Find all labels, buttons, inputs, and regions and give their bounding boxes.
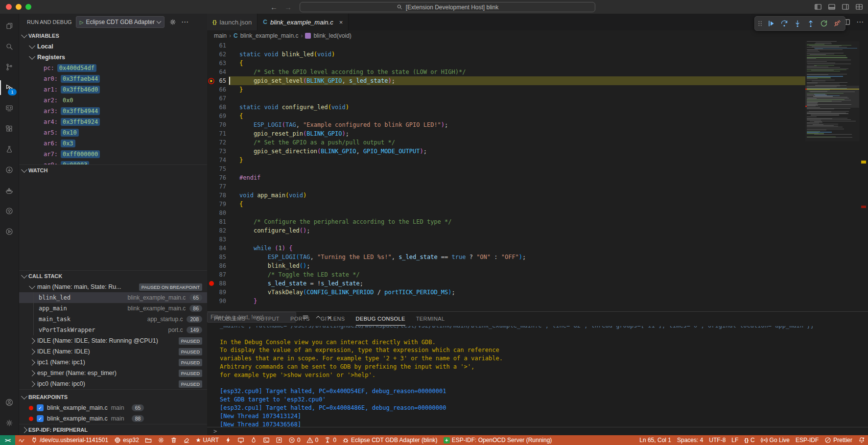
- more-actions-icon[interactable]: ⋯: [181, 18, 189, 26]
- stack-frame-app_main[interactable]: app_mainblink_example_main.c86: [19, 303, 207, 314]
- panel-tab-gitlens[interactable]: GITLENS: [321, 312, 345, 326]
- minimap[interactable]: [805, 41, 859, 141]
- customize-layout-icon[interactable]: [855, 3, 863, 11]
- panel-tab-terminal[interactable]: TERMINAL: [416, 312, 445, 326]
- activity-item-testing[interactable]: [0, 139, 19, 160]
- variables-scope-registers[interactable]: Registers: [19, 52, 207, 63]
- toggle-panel-icon[interactable]: [828, 3, 836, 11]
- activity-item-docker[interactable]: [0, 180, 19, 201]
- gutter[interactable]: 64: [207, 68, 239, 76]
- activity-item-settings[interactable]: [0, 413, 19, 433]
- breadcrumb-symbol[interactable]: blink_led(void): [313, 32, 351, 39]
- gutter[interactable]: 70: [207, 120, 239, 129]
- disconnect-icon[interactable]: [831, 18, 843, 29]
- status-forwarded-ports[interactable]: 0: [321, 435, 339, 445]
- gutter[interactable]: 69: [207, 112, 239, 120]
- breadcrumb[interactable]: main › C blink_example_main.c › blink_le…: [207, 30, 868, 41]
- breadcrumb-folder[interactable]: main: [214, 32, 227, 39]
- tab-blink_example_main.c[interactable]: Cblink_example_main.c×: [258, 14, 349, 30]
- panel-tab-problems[interactable]: PROBLEMS: [214, 312, 245, 326]
- register-row[interactable]: ar3:0x3ffb4944: [19, 106, 207, 117]
- panel-tab-ports[interactable]: PORTS: [290, 312, 310, 326]
- status-openocd-server[interactable]: +ESP-IDF: OpenOCD Server (Running): [441, 435, 555, 445]
- gutter[interactable]: 68: [207, 103, 239, 112]
- gutter[interactable]: 81: [207, 217, 239, 226]
- step-out-icon[interactable]: [805, 18, 817, 29]
- status-debug-session[interactable]: Eclipse CDT GDB Adapter (blink): [339, 435, 441, 445]
- gutter[interactable]: 89: [207, 288, 239, 297]
- activity-item-live-share[interactable]: [0, 221, 19, 242]
- activity-item-explorer[interactable]: [0, 16, 19, 36]
- restart-icon[interactable]: [818, 18, 830, 29]
- register-row[interactable]: ar0:0x3ffaeb44: [19, 73, 207, 84]
- activity-item-source-control[interactable]: [0, 57, 19, 77]
- gutter[interactable]: 77: [207, 182, 239, 191]
- status-flash-method[interactable]: ★UART: [193, 435, 222, 445]
- gutter[interactable]: 86: [207, 261, 239, 270]
- register-row[interactable]: ar1:0x3ffb46d0: [19, 84, 207, 95]
- gutter[interactable]: 66: [207, 85, 239, 94]
- back-icon[interactable]: ←: [270, 3, 278, 11]
- status-cursor-position[interactable]: Ln 65, Col 1: [636, 435, 674, 445]
- status-encoding[interactable]: UTF-8: [706, 435, 728, 445]
- call-stack-thread[interactable]: IDLE (Name: IDLE, State: Running @CPU1)P…: [19, 335, 207, 346]
- code-editor[interactable]: 6162static void blink_led(void)63{64 /* …: [207, 41, 868, 312]
- status-warnings[interactable]: 0: [304, 435, 322, 445]
- call-stack-section-header[interactable]: CALL STACK: [19, 270, 207, 281]
- register-row[interactable]: ar6:0x3: [19, 138, 207, 149]
- status-errors[interactable]: 0: [285, 435, 304, 445]
- status-go-live[interactable]: Go Live: [758, 435, 793, 445]
- close-window-icon[interactable]: [6, 4, 12, 10]
- continue-icon[interactable]: [765, 18, 777, 29]
- editor-more-actions-icon[interactable]: ⋯: [856, 18, 864, 26]
- status-eol[interactable]: LF: [728, 435, 741, 445]
- breakpoint-checkbox[interactable]: ✓: [37, 404, 44, 411]
- activity-item-account[interactable]: [0, 392, 19, 413]
- breakpoint-row[interactable]: ✓blink_example_main.cmain65: [19, 402, 207, 413]
- gutter[interactable]: 74: [207, 156, 239, 164]
- window-controls[interactable]: [6, 4, 31, 10]
- call-stack-thread[interactable]: esp_timer (Name: esp_timer)PAUSED: [19, 368, 207, 378]
- variables-scope-local[interactable]: Local: [19, 41, 207, 52]
- gutter[interactable]: 65: [207, 76, 239, 85]
- activity-item-search[interactable]: [0, 36, 19, 57]
- start-debug-icon[interactable]: ▷: [80, 20, 84, 25]
- status-remote-indicator[interactable]: ><: [0, 435, 15, 445]
- activity-item-gitlens[interactable]: [0, 160, 19, 180]
- gutter[interactable]: 67: [207, 94, 239, 103]
- close-tab-icon[interactable]: ×: [339, 19, 343, 26]
- call-stack-thread[interactable]: IDLE (Name: IDLE)PAUSED: [19, 346, 207, 357]
- toggle-secondary-sidebar-icon[interactable]: [842, 3, 849, 11]
- breakpoints-section-header[interactable]: BREAKPOINTS: [19, 392, 207, 402]
- panel-tab-debug-console[interactable]: DEBUG CONSOLE: [356, 312, 405, 326]
- gutter[interactable]: 71: [207, 129, 239, 138]
- register-row[interactable]: ar5:0x10: [19, 127, 207, 138]
- status-flash-device[interactable]: [222, 435, 235, 445]
- gutter[interactable]: 82: [207, 226, 239, 235]
- breadcrumb-file[interactable]: blink_example_main.c: [240, 32, 299, 39]
- activity-item-remote-explorer[interactable]: [0, 98, 19, 118]
- activity-item-extensions[interactable]: [0, 118, 19, 139]
- status-erase-flash[interactable]: [180, 435, 193, 445]
- gutter[interactable]: 84: [207, 244, 239, 253]
- status-language-mode[interactable]: {}C: [741, 435, 757, 445]
- breakpoint-row[interactable]: ✓blink_example_main.cmain88: [19, 413, 207, 424]
- gutter[interactable]: 85: [207, 253, 239, 261]
- call-stack-thread[interactable]: ipc1 (Name: ipc1)PAUSED: [19, 357, 207, 368]
- debug-console-output[interactable]: _main.c", fullname="/Users/braitinghacio…: [207, 326, 863, 427]
- variables-section-header[interactable]: VARIABLES: [19, 30, 207, 41]
- register-row[interactable]: pc:0x400d54df: [19, 63, 207, 73]
- watch-section-header[interactable]: WATCH: [19, 164, 207, 176]
- activity-item-esp-idf-explorer[interactable]: [0, 201, 19, 221]
- gutter[interactable]: 73: [207, 147, 239, 156]
- gutter[interactable]: 72: [207, 138, 239, 147]
- status-notifications[interactable]: [855, 435, 868, 445]
- gutter[interactable]: 80: [207, 209, 239, 217]
- activity-item-run-and-debug[interactable]: 1: [0, 77, 19, 98]
- tab-launch.json[interactable]: {}launch.json: [207, 14, 258, 30]
- status-device-target[interactable]: esp32: [111, 435, 142, 445]
- forward-icon[interactable]: →: [284, 3, 292, 11]
- status-esp-idf[interactable]: ESP-IDF: [793, 435, 821, 445]
- register-row[interactable]: ar7:0xff000000: [19, 149, 207, 160]
- gutter[interactable]: 76: [207, 173, 239, 182]
